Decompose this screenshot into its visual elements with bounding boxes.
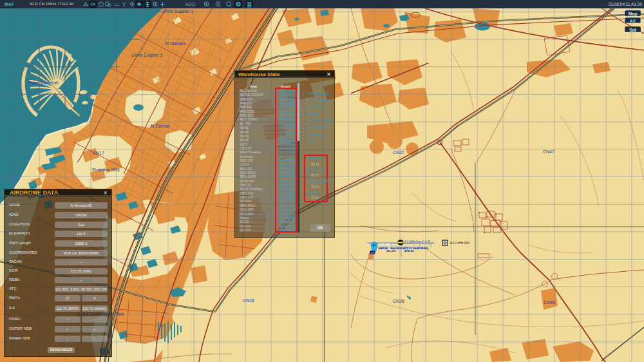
svg-text:CN26: CN26: [243, 298, 254, 303]
svg-text:Al Barsha: Al Barsha: [150, 124, 169, 128]
svg-text:110.2 MHz MIN: 110.2 MHz MIN: [450, 242, 469, 245]
svg-text:Palm Jumeirah: Palm Jumeirah: [28, 81, 59, 85]
svg-text:KUNG: KUNG: [421, 247, 428, 250]
svg-text:APA-80: APA-80: [404, 249, 414, 252]
svg-text:1: 1: [367, 242, 369, 246]
svg-text:CN37: CN37: [393, 150, 404, 155]
svg-text:26: 26: [371, 251, 374, 254]
svg-text:CN46: CN46: [544, 300, 555, 305]
svg-text:CN47: CN47: [543, 149, 554, 154]
svg-text:ZIL-131: ZIL-131: [386, 249, 396, 252]
svg-text:CN36: CN36: [393, 299, 404, 303]
svg-text:Al Minhad AB: Al Minhad AB: [404, 240, 431, 244]
svg-text:Umm Suqeim 1: Umm Suqeim 1: [162, 9, 193, 14]
svg-text:Umm Suqeim 3: Umm Suqeim 3: [131, 53, 162, 58]
svg-text:Emirates Hills: Emirates Hills: [92, 167, 120, 172]
svg-text:Al Manara: Al Manara: [165, 41, 185, 46]
svg-text:▸F/A-18C ···: ▸F/A-18C ···: [377, 243, 395, 246]
svg-text:F: F: [373, 243, 376, 248]
svg-text:KrAZ: KrAZ: [413, 247, 421, 250]
svg-text:CN17: CN17: [93, 151, 104, 155]
